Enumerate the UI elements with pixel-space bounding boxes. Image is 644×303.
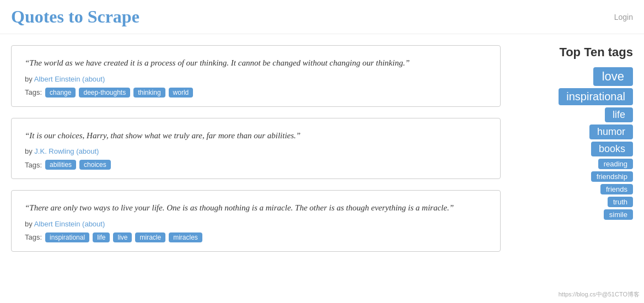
- tag-cloud-item[interactable]: inspirational: [559, 88, 633, 105]
- author-link[interactable]: J.K. Rowling: [34, 147, 74, 155]
- tag-badge[interactable]: world: [169, 88, 194, 98]
- tags-label: Tags:: [25, 233, 42, 241]
- quote-author-line: by J.K. Rowling (about): [25, 147, 487, 155]
- tags-label: Tags:: [25, 88, 42, 96]
- site-header: Quotes to Scrape Login: [0, 0, 644, 34]
- tag-cloud-item[interactable]: humor: [589, 125, 633, 139]
- tag-badge[interactable]: live: [113, 232, 132, 242]
- quotes-section: “The world as we have created it is a pr…: [11, 45, 501, 252]
- sidebar: Top Ten tags loveinspirationallifehumorb…: [523, 45, 633, 252]
- tag-badge[interactable]: miracles: [169, 232, 202, 242]
- tag-badge[interactable]: choices: [79, 160, 111, 170]
- tag-cloud-item[interactable]: truth: [608, 197, 633, 207]
- author-about-link[interactable]: (about): [82, 75, 105, 83]
- main-layout: “The world as we have created it is a pr…: [0, 34, 644, 263]
- author-link[interactable]: Albert Einstein: [34, 75, 80, 83]
- author-about-link[interactable]: (about): [82, 220, 105, 228]
- tag-badge[interactable]: miracle: [135, 232, 165, 242]
- quote-text: “The world as we have created it is a pr…: [25, 57, 487, 69]
- quote-text: “There are only two ways to live your li…: [25, 202, 487, 214]
- tag-badge[interactable]: change: [45, 88, 76, 98]
- author-about-link[interactable]: (about): [76, 147, 99, 155]
- quote-card: “The world as we have created it is a pr…: [11, 45, 501, 107]
- sidebar-title: Top Ten tags: [523, 45, 633, 59]
- tags-line: Tags:changedeep-thoughtsthinkingworld: [25, 88, 487, 98]
- author-link[interactable]: Albert Einstein: [34, 220, 80, 228]
- tag-cloud-item[interactable]: life: [605, 107, 633, 122]
- site-title: Quotes to Scrape: [11, 7, 139, 27]
- tag-cloud-item[interactable]: friendship: [591, 171, 633, 182]
- tag-badge[interactable]: thinking: [133, 88, 165, 98]
- tags-label: Tags:: [25, 161, 42, 169]
- tag-badge[interactable]: abilities: [45, 160, 76, 170]
- login-link[interactable]: Login: [614, 13, 633, 21]
- tag-cloud-item[interactable]: simile: [604, 209, 633, 220]
- tags-line: Tags:inspirationallifelivemiraclemiracle…: [25, 232, 487, 242]
- tag-badge[interactable]: deep-thoughts: [79, 88, 130, 98]
- quote-author-line: by Albert Einstein (about): [25, 75, 487, 83]
- tag-cloud-item[interactable]: reading: [598, 159, 633, 169]
- tags-line: Tags:abilitieschoices: [25, 160, 487, 170]
- tag-cloud-item[interactable]: love: [593, 67, 633, 86]
- quote-author-line: by Albert Einstein (about): [25, 220, 487, 228]
- quote-card: “There are only two ways to live your li…: [11, 190, 501, 252]
- quote-card: “It is our choices, Harry, that show wha…: [11, 118, 501, 180]
- tag-badge[interactable]: inspirational: [45, 232, 89, 242]
- tag-cloud-item[interactable]: friends: [600, 184, 633, 194]
- tag-cloud: loveinspirationallifehumorbooksreadingfr…: [523, 67, 633, 220]
- quote-text: “It is our choices, Harry, that show wha…: [25, 129, 487, 142]
- tag-badge[interactable]: life: [93, 232, 110, 242]
- tag-cloud-item[interactable]: books: [591, 142, 633, 156]
